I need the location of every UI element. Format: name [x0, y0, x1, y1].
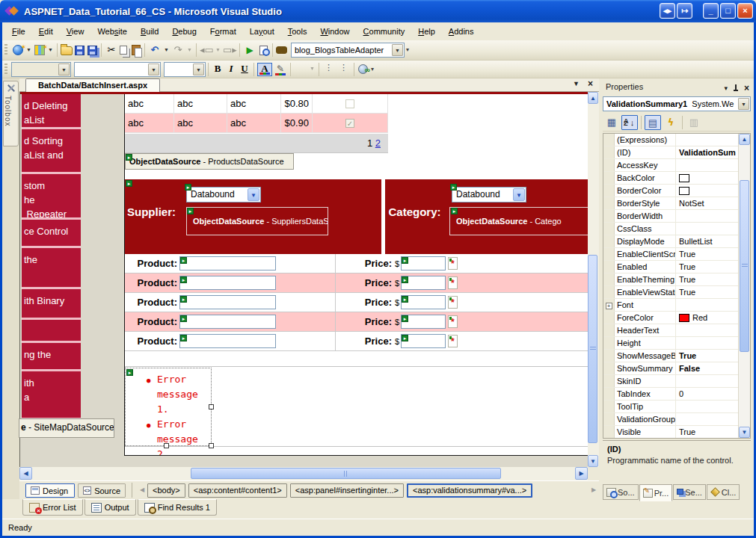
category-dropdown[interactable]: Databound▼ — [452, 187, 526, 202]
target-rule-combo[interactable]: ▼ — [11, 62, 71, 77]
smart-tag-icon[interactable]: ▸ — [451, 208, 458, 214]
maximize-button[interactable]: □ — [720, 3, 736, 19]
menu-item-format[interactable]: Format — [203, 25, 243, 38]
pop-out-button[interactable]: ↦ — [677, 3, 692, 19]
close-button[interactable]: × — [737, 3, 753, 19]
font-name-combo[interactable]: ▼ — [74, 62, 161, 77]
sidebar-nav-item[interactable]: d DeletingaList — [22, 94, 81, 127]
smart-tag-icon[interactable]: ▸ — [402, 335, 408, 341]
toolbar-overflow-icon[interactable]: ▾ — [371, 64, 380, 75]
row-checkbox[interactable] — [345, 99, 354, 108]
property-row[interactable]: DisplayModeBulletList — [603, 235, 750, 248]
scrollbar-thumb[interactable] — [588, 255, 597, 443]
menu-item-help[interactable]: Help — [411, 25, 442, 38]
property-row[interactable]: +Font — [603, 299, 750, 312]
smart-tag-icon[interactable]: ▸ — [126, 369, 133, 376]
document-tab[interactable]: BatchData/BatchInsert.aspx — [25, 78, 160, 92]
events-icon[interactable]: ϟ — [663, 115, 679, 130]
tag-navigator-item[interactable]: <asp:content#content1> — [188, 483, 287, 498]
tool-tab-find-results-1[interactable]: Find Results 1 — [138, 499, 217, 516]
vertical-scrollbar[interactable]: ▲ ▼ — [588, 92, 599, 467]
property-row[interactable]: EnableViewStateTrue — [603, 286, 750, 299]
property-row[interactable]: BackColor — [603, 172, 750, 185]
dropdown-arrow-icon[interactable]: ▼ — [248, 188, 259, 201]
hyperlink-icon[interactable] — [358, 64, 368, 74]
tool-tab-output[interactable]: Output — [84, 499, 136, 516]
price-input[interactable]: ▸ — [401, 256, 446, 270]
product-name-input[interactable]: ▸ — [179, 295, 276, 309]
sidebar-nav-item[interactable]: stomhe Repeater — [22, 174, 81, 217]
title-bar[interactable]: ASPNET_Data_Tutorial_66_CS - Microsoft V… — [0, 0, 756, 22]
price-input[interactable]: ▸ — [401, 295, 446, 309]
menu-item-tools[interactable]: Tools — [281, 25, 314, 38]
document-list-dropdown-icon[interactable]: ▼ — [573, 80, 580, 87]
smart-tag-icon[interactable]: ▸ — [185, 184, 191, 191]
product-name-input[interactable]: ▸ — [179, 334, 276, 348]
menu-item-build[interactable]: Build — [134, 25, 165, 38]
tag-navigator-item[interactable]: <asp:validationsummary#va...> — [407, 483, 532, 498]
property-row[interactable]: (ID)ValidationSum — [603, 146, 750, 159]
properties-panel-title[interactable]: Properties ▾ × — [603, 80, 751, 94]
property-grid[interactable]: (Expressions)(ID)ValidationSumAccessKeyB… — [603, 133, 751, 439]
panel-tab-pr[interactable]: Pr... — [639, 484, 673, 501]
smart-tag-icon[interactable]: ▸ — [450, 184, 457, 191]
property-row[interactable]: EnableClientScriTrue — [603, 248, 750, 261]
toolbar-overflow-icon[interactable]: ▾ — [406, 45, 415, 55]
panel-tab-se[interactable]: Se... — [673, 484, 706, 500]
auto-hide-pin-icon[interactable] — [733, 84, 739, 93]
sidebar-nav-item[interactable]: ith Binary — [22, 289, 81, 318]
redo-icon[interactable]: ↷ — [171, 44, 185, 57]
new-website-dropdown-icon[interactable]: ▼ — [25, 44, 32, 57]
property-grid-scrollbar[interactable]: ▲ ▼ — [738, 134, 750, 438]
smart-tag-icon[interactable]: ▸ — [180, 276, 187, 283]
menu-item-view[interactable]: View — [60, 25, 91, 38]
font-size-combo[interactable]: ▼ — [164, 62, 206, 77]
resize-handle[interactable] — [209, 443, 214, 448]
horizontal-scrollbar[interactable]: ◀ ▶ — [19, 467, 588, 480]
cut-icon[interactable]: ✂ — [105, 44, 118, 57]
product-name-input[interactable]: ▸ — [179, 276, 276, 290]
property-row[interactable]: ShowMessageBoTrue — [603, 350, 750, 362]
italic-button[interactable]: I — [225, 63, 237, 75]
property-row[interactable]: ForeColorRed — [603, 312, 750, 324]
add-item-icon[interactable] — [34, 45, 45, 55]
window-position-icon[interactable]: ▾ — [724, 81, 728, 95]
property-row[interactable]: HeaderText — [603, 324, 750, 337]
row-checkbox[interactable]: ✓ — [345, 119, 354, 128]
property-row[interactable]: (Expressions) — [603, 134, 750, 146]
price-input[interactable]: ▸ — [401, 276, 446, 290]
underline-button[interactable]: U — [239, 63, 251, 75]
smart-tag-icon[interactable]: ▸ — [187, 208, 194, 214]
supplier-dropdown[interactable]: Databound▼ — [186, 187, 261, 202]
property-row[interactable]: BorderWidth — [603, 210, 750, 223]
undo-dropdown-icon[interactable]: ▼ — [163, 44, 170, 57]
dropdown-arrow-icon[interactable]: ▼ — [513, 188, 525, 201]
property-row[interactable]: BorderStyleNotSet — [603, 197, 750, 210]
menu-item-edit[interactable]: Edit — [32, 25, 60, 38]
smart-tag-icon[interactable]: ▸ — [126, 154, 132, 161]
scroll-down-icon[interactable]: ▼ — [588, 455, 598, 467]
preview-icon[interactable] — [259, 46, 268, 55]
scroll-up-icon[interactable]: ▲ — [739, 134, 750, 145]
minimize-button[interactable]: _ — [703, 3, 719, 19]
property-row[interactable]: BorderColor — [603, 185, 750, 197]
document-close-icon[interactable]: × — [588, 78, 593, 89]
scrollbar-thumb[interactable] — [740, 180, 749, 352]
sidebar-nav-item[interactable]: ce Control — [22, 220, 81, 246]
property-row[interactable]: EnabledTrue — [603, 261, 750, 273]
product-name-input[interactable]: ▸ — [179, 315, 276, 329]
bold-button[interactable]: B — [212, 63, 224, 75]
property-row[interactable]: AccessKey — [603, 159, 750, 172]
close-panel-icon[interactable]: × — [744, 81, 749, 95]
start-debug-icon[interactable]: ▶ — [243, 44, 256, 57]
validation-summary-control[interactable]: ▸ Error message 1.Error message 2. — [125, 368, 212, 446]
align-dropdown-icon[interactable]: ▼ — [309, 63, 316, 75]
smart-tag-icon[interactable]: ▸ — [180, 335, 187, 341]
products-datasource-control[interactable]: ObjectDataSource - ProductsDataSource — [125, 153, 294, 170]
sidebar-nav-item[interactable]: ng the — [22, 343, 81, 369]
sidebar-nav-item[interactable]: d SortingaList and — [22, 129, 81, 172]
toolbar-grip[interactable] — [4, 44, 7, 56]
suppliers-datasource-control[interactable]: ObjectDataSource - SuppliersDataSource — [186, 207, 328, 235]
property-row[interactable]: ValidationGroup — [603, 413, 750, 426]
tag-navigator-item[interactable]: <asp:panel#insertinginter...> — [290, 483, 404, 498]
